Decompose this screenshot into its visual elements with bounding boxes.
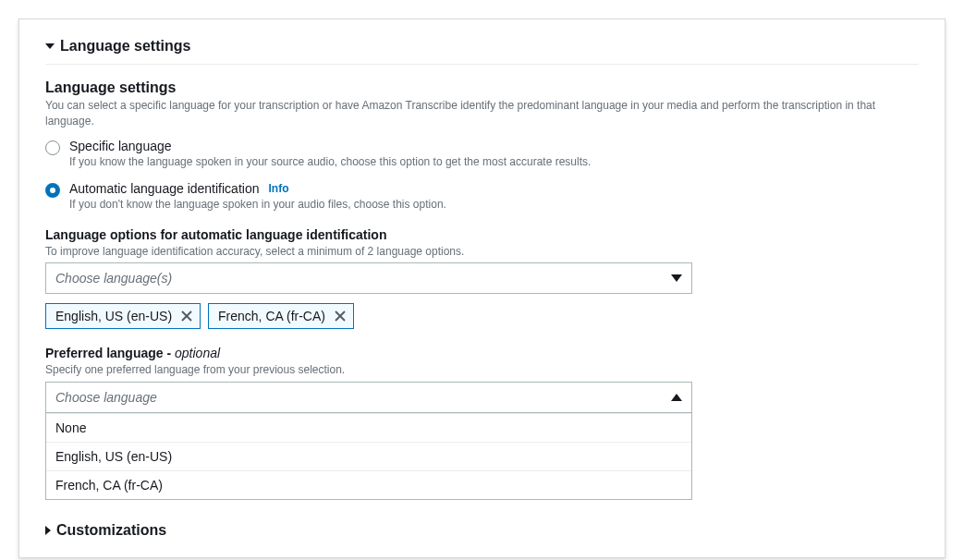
language-settings-heading: Language settings (45, 79, 919, 96)
token-dismiss-french[interactable] (335, 310, 346, 322)
radio-button-unselected[interactable] (45, 140, 60, 155)
token-english-us: English, US (en-US) (45, 303, 201, 329)
radio-desc-automatic: If you don't know the language spoken in… (69, 198, 446, 211)
preferred-language-dropdown: None English, US (en-US) French, CA (fr-… (45, 413, 692, 500)
chevron-down-icon (45, 43, 55, 49)
radio-option-specific[interactable]: Specific language If you know the langua… (45, 139, 919, 168)
token-french-ca: French, CA (fr-CA) (208, 303, 354, 329)
selected-languages-tokens: English, US (en-US) French, CA (fr-CA) (45, 303, 919, 329)
language-settings-header[interactable]: Language settings (45, 38, 919, 65)
language-type-radio-group: Specific language If you know the langua… (45, 139, 919, 211)
caret-up-icon (671, 394, 682, 401)
token-label: French, CA (fr-CA) (218, 309, 325, 323)
language-options-label: Language options for automatic language … (45, 227, 919, 242)
dropdown-option-french[interactable]: French, CA (fr-CA) (46, 470, 691, 499)
token-label: English, US (en-US) (55, 309, 172, 323)
dropdown-option-english[interactable]: English, US (en-US) (46, 442, 691, 470)
language-options-select[interactable]: Choose language(s) (45, 262, 692, 294)
caret-down-icon (671, 274, 682, 282)
language-settings-panel: Language settings Language settings You … (18, 18, 946, 558)
radio-label-specific: Specific language (69, 139, 591, 153)
radio-desc-specific: If you know the language spoken in your … (69, 155, 591, 168)
select-placeholder: Choose language(s) (55, 271, 172, 286)
close-icon (335, 310, 346, 322)
preferred-language-field: Preferred language - optional Specify on… (45, 346, 919, 500)
token-dismiss-english[interactable] (181, 310, 192, 322)
radio-label-automatic: Automatic language identification (69, 181, 259, 196)
radio-option-automatic[interactable]: Automatic language identification Info I… (45, 181, 919, 211)
info-link[interactable]: Info (268, 182, 288, 195)
select-placeholder: Choose language (55, 390, 157, 405)
language-settings-description: You can select a specific language for y… (45, 98, 919, 129)
preferred-language-select[interactable]: Choose language (45, 382, 692, 413)
close-icon (181, 310, 192, 322)
language-options-field: Language options for automatic language … (45, 227, 919, 330)
preferred-language-desc: Specify one preferred language from your… (45, 362, 919, 378)
radio-button-selected[interactable] (45, 183, 60, 198)
language-settings-body: Language settings You can select a speci… (45, 79, 919, 539)
section-title: Customizations (56, 522, 166, 539)
preferred-language-label: Preferred language - optional (45, 346, 919, 360)
section-title: Language settings (60, 38, 190, 55)
customizations-header[interactable]: Customizations (45, 522, 919, 539)
language-options-desc: To improve language identification accur… (45, 244, 919, 260)
chevron-right-icon (45, 526, 51, 535)
dropdown-option-none[interactable]: None (46, 413, 691, 442)
